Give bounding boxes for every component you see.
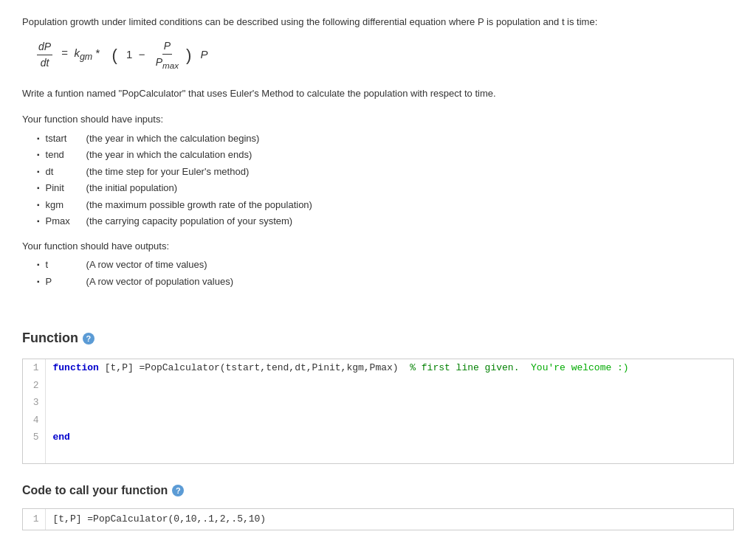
code-line-2: 2 (23, 377, 733, 395)
list-item: P (A row vector of population values) (37, 274, 734, 289)
outputs-heading: Your function should have outputs: (22, 239, 734, 254)
call-help-icon[interactable]: ? (172, 485, 184, 496)
inputs-list: tstart (the year in which the calculatio… (22, 131, 734, 229)
keyword-end: end (53, 432, 70, 443)
call-section: Code to call your function ? 1 [t,P] =Po… (22, 482, 734, 530)
function-section: Function ? 1 function [t,P] =PopCalculat… (22, 328, 734, 464)
list-item: kgm (the maximum possible growth rate of… (37, 198, 734, 212)
code-line-3: 3 (23, 394, 733, 412)
fraction-dp-dt: dP dt (37, 39, 52, 71)
inputs-heading: Your function should have inputs: (22, 112, 734, 127)
code-line-5: 5 end (23, 429, 733, 446)
list-item: dt (the time step for your Euler's metho… (37, 165, 734, 179)
call-line-code[interactable]: [t,P] =PopCalculator(0,10,.1,2,.5,10) (45, 509, 733, 530)
call-code-editor[interactable]: 1 [t,P] =PopCalculator(0,10,.1,2,.5,10) (22, 508, 734, 530)
code-line-4: 4 (23, 412, 733, 429)
outputs-section: Your function should have outputs: t (A … (22, 239, 734, 289)
fraction-p-pmax: P Pmax (154, 38, 180, 72)
list-item: Pmax (the carrying capacity population o… (37, 214, 734, 229)
call-heading-label: Code to call your function (22, 482, 168, 499)
outputs-list: t (A row vector of time values) P (A row… (22, 257, 734, 288)
function-help-icon[interactable]: ? (83, 333, 94, 345)
code-editor[interactable]: 1 function [t,P] =PopCalculator(tstart,t… (22, 359, 734, 464)
write-section-text: Write a funtion named "PopCalculator" th… (22, 86, 734, 101)
code-line-empty (23, 446, 733, 464)
list-item: Pinit (the initial population) (37, 181, 734, 195)
list-item: tend (the year in which the calculation … (37, 148, 734, 162)
keyword-function: function (53, 362, 99, 373)
function-heading-label: Function (22, 328, 78, 348)
inputs-section: Your function should have inputs: tstart… (22, 112, 734, 229)
list-item: t (A row vector of time values) (37, 257, 734, 272)
intro-paragraph: Population growth under limited conditio… (22, 15, 734, 30)
formula-block: dP dt = kgm * ( 1 − P Pmax ) P (37, 38, 734, 72)
call-line-1: 1 [t,P] =PopCalculator(0,10,.1,2,.5,10) (23, 509, 733, 530)
list-item: tstart (the year in which the calculatio… (37, 131, 734, 146)
comment-welcome: You're welcome :) (531, 362, 629, 373)
code-line-1: 1 function [t,P] =PopCalculator(tstart,t… (23, 359, 733, 377)
comment-first-line: % first line given. (410, 362, 531, 373)
